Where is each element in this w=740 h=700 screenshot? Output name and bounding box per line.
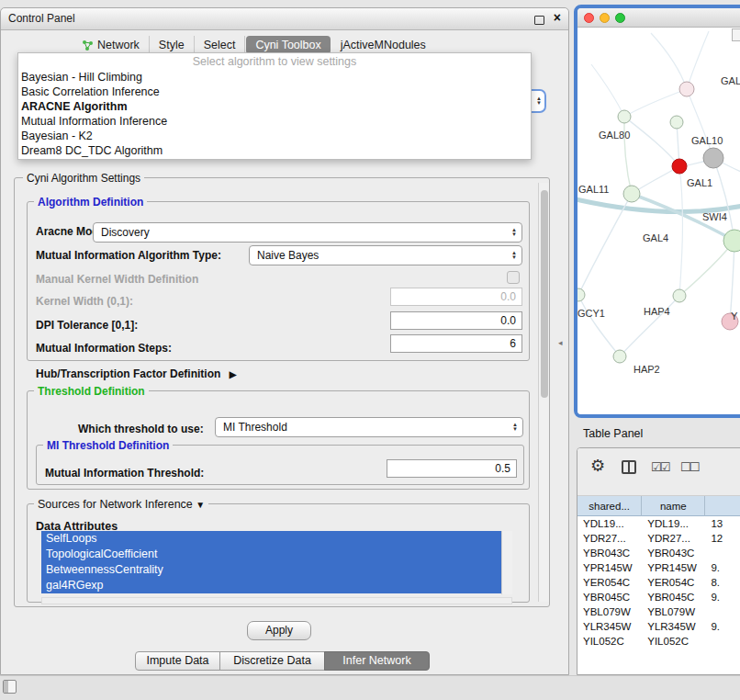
table-cell: YLR345W [577, 619, 642, 634]
network-window-titlebar[interactable] [577, 8, 740, 28]
table-row[interactable]: YLR345WYLR345W9. [577, 619, 740, 634]
table-row[interactable]: YDR27...YDR27...12 [577, 531, 740, 546]
attributes-hscrollbar[interactable] [41, 597, 512, 604]
algorithm-option[interactable]: Dream8 DC_TDC Algorithm [18, 143, 531, 158]
splitter-collapse-icon[interactable]: ◂ [558, 338, 563, 347]
table-cell: YPR145W [577, 560, 642, 575]
network-node[interactable] [723, 230, 740, 252]
kernel-width-field[interactable]: 0.0 [390, 288, 522, 306]
threshold-definition-title: Threshold Definition [34, 385, 149, 398]
tab-discretize-data[interactable]: Discretize Data [219, 651, 325, 671]
hub-section-toggle[interactable]: Hub/Transcription Factor Definition ▶ [36, 367, 236, 380]
node-label: HAP2 [633, 364, 660, 375]
algorithm-option[interactable]: ARACNE Algorithm [18, 99, 531, 114]
bottom-strip [0, 675, 740, 700]
which-threshold-combo[interactable]: MI Threshold ▲▼ [215, 417, 523, 437]
sources-title-text: Sources for Network Inference [38, 498, 193, 511]
mi-type-combo[interactable]: Naive Bayes ▲▼ [249, 245, 522, 265]
table-cell: YBL079W [642, 604, 705, 619]
mi-steps-field[interactable]: 6 [390, 334, 522, 353]
attributes-scrollbar[interactable] [501, 531, 512, 594]
tab-cyni-toolbox[interactable]: Cyni Toolbox [246, 36, 330, 54]
node-label: GAL11 [578, 184, 609, 195]
algorithm-placeholder: Select algorithm to view settings [18, 53, 531, 70]
table-row[interactable]: YBR045CYBR045C9. [577, 590, 740, 604]
gear-icon[interactable]: ⚙ [590, 456, 605, 476]
network-node[interactable] [703, 148, 723, 168]
table-row[interactable]: YDL19...YDL19...13 [577, 516, 740, 531]
tab-impute-data[interactable]: Impute Data [135, 651, 220, 671]
network-canvas[interactable]: GAL8GAL80GAL10GAL11GAL1SWI4GAL4GCY1HAP4H… [577, 28, 740, 414]
settings-scrollbar[interactable] [538, 183, 549, 602]
tab-label: Style [159, 39, 185, 51]
network-node[interactable] [679, 82, 694, 96]
table-row[interactable]: YER054CYER054C8. [577, 575, 740, 590]
table-cell: YPR145W [642, 560, 705, 575]
network-edge [620, 296, 679, 356]
canvas-corner-button[interactable] [732, 28, 740, 41]
network-svg: GAL8GAL80GAL10GAL11GAL1SWI4GAL4GCY1HAP4H… [577, 28, 740, 414]
minimize-traffic-light-icon[interactable] [600, 13, 610, 23]
network-node[interactable] [670, 116, 683, 129]
network-node[interactable] [623, 186, 640, 202]
which-threshold-value: MI Threshold [223, 421, 287, 434]
tab-infer-network[interactable]: Infer Network [324, 651, 430, 671]
network-node[interactable] [613, 350, 626, 363]
tab-style[interactable]: Style [150, 36, 195, 54]
float-window-icon[interactable] [534, 16, 544, 25]
network-edge [713, 158, 734, 241]
attribute-item[interactable]: SelfLoops [41, 531, 501, 547]
algorithm-option[interactable]: Mutual Information Inference [18, 114, 531, 129]
select-all-checkboxes-icon[interactable]: ☑☑ [651, 460, 668, 474]
attribute-item[interactable]: TopologicalCoefficient [41, 547, 501, 562]
mi-type-label: Mutual Information Algorithm Type: [36, 249, 221, 262]
panel-dock-icon[interactable] [3, 680, 17, 694]
close-icon[interactable]: × [554, 10, 561, 25]
node-label: GAL4 [643, 232, 668, 243]
combo-stepper-icon: ▲▼ [511, 228, 521, 237]
dpi-tolerance-field[interactable]: 0.0 [390, 311, 522, 330]
tab-select[interactable]: Select [195, 36, 246, 54]
zoom-traffic-light-icon[interactable] [615, 13, 625, 23]
network-node[interactable] [672, 159, 687, 174]
chevron-down-icon: ▼ [196, 500, 205, 510]
mi-threshold-value: 0.5 [495, 462, 510, 475]
close-traffic-light-icon[interactable] [584, 13, 594, 23]
tab-label: jActiveMNodules [341, 39, 426, 51]
network-node[interactable] [577, 288, 585, 301]
attribute-item[interactable]: BetweennessCentrality [41, 562, 501, 578]
column-header-name[interactable]: name [642, 496, 705, 516]
network-node[interactable] [673, 289, 686, 302]
tab-label: Select [204, 39, 236, 51]
algorithm-option[interactable]: Bayesian - Hill Climbing [18, 70, 531, 85]
column-header-shared[interactable]: shared... [577, 496, 642, 516]
table-cell: 9. [705, 590, 740, 604]
apply-button[interactable]: Apply [247, 621, 311, 640]
settings-scrollbar-thumb[interactable] [541, 190, 548, 398]
table-row[interactable]: YBL079WYBL079W [577, 604, 740, 619]
column-header-clipped[interactable] [705, 496, 740, 516]
network-node[interactable] [618, 110, 631, 123]
algorithm-option[interactable]: Basic Correlation Inference [18, 85, 531, 99]
tab-network[interactable]: Network [73, 36, 150, 54]
table-row[interactable]: YPR145WYPR145W9. [577, 560, 740, 575]
manual-kernel-checkbox[interactable] [507, 271, 520, 284]
sources-group-title[interactable]: Sources for Network Inference ▼ [34, 498, 208, 511]
tab-jactivemnodules[interactable]: jActiveMNodules [331, 36, 435, 54]
mi-steps-value: 6 [510, 337, 516, 350]
hub-section-label: Hub/Transcription Factor Definition [36, 367, 220, 380]
table-row[interactable]: YIL052CYIL052C [577, 634, 740, 649]
table-toolbar: ⚙ ☑☑ ☐☐ [577, 448, 740, 496]
deselect-all-checkboxes-icon[interactable]: ☐☐ [680, 460, 698, 474]
control-panel-titlebar[interactable]: Control Panel × [1, 8, 568, 30]
algorithm-list: Bayesian - Hill ClimbingBasic Correlatio… [18, 70, 531, 158]
network-edge [679, 241, 734, 296]
attribute-item[interactable]: gal4RGexp [41, 578, 501, 593]
mi-threshold-field[interactable]: 0.5 [387, 459, 517, 478]
columns-icon[interactable] [622, 460, 636, 474]
aracne-mode-combo[interactable]: Discovery ▲▼ [93, 222, 522, 243]
data-attributes-list[interactable]: SelfLoopsTopologicalCoefficientBetweenne… [41, 531, 501, 593]
table-row[interactable]: YBR043CYBR043C [577, 546, 740, 560]
network-edge [730, 241, 734, 322]
algorithm-option[interactable]: Bayesian - K2 [18, 129, 531, 143]
